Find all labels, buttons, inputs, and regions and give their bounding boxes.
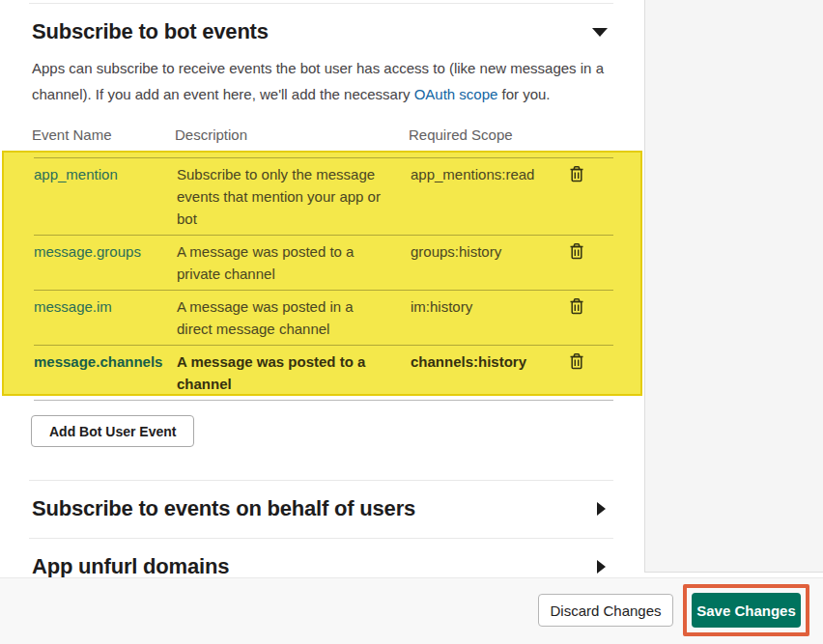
event-name-link[interactable]: message.groups [34,243,141,260]
event-scope: im:history [411,295,569,340]
table-row: message.groups A message was posted to a… [34,235,613,290]
trash-icon[interactable] [569,163,584,182]
event-name-link[interactable]: app_mention [34,166,118,182]
table-row: message.im A message was posted in a dir… [34,290,613,345]
section-header-app-unfurl-domains[interactable]: App unfurl domains [32,554,613,579]
events-table-body: app_mention Subscribe to only the messag… [34,157,613,401]
table-row: app_mention Subscribe to only the messag… [34,157,613,235]
trash-icon[interactable] [569,295,584,315]
event-description: A message was posted to a channel [177,350,411,395]
divider [29,538,613,539]
events-table-header: Event Name Description Required Scope [32,126,613,143]
bot-events-description: Apps can subscribe to receive events the… [32,55,615,107]
add-bot-user-event-button[interactable]: Add Bot User Event [31,415,194,447]
event-name-link[interactable]: message.channels [34,353,162,370]
section-title-user-events: Subscribe to events on behalf of users [32,496,415,521]
action-bar: Discard Changes Save Changes [0,577,823,644]
yellow-highlight-annotation: app_mention Subscribe to only the messag… [2,151,642,396]
events-settings-page: Subscribe to bot events Apps can subscri… [0,0,823,644]
trash-icon[interactable] [569,350,584,370]
event-description: A message was posted to a private channe… [177,240,411,285]
section-header-bot-events[interactable]: Subscribe to bot events [32,19,613,44]
oauth-scope-link[interactable]: OAuth scope [414,86,498,102]
section-title-app-unfurl-domains: App unfurl domains [32,554,229,579]
divider [29,480,613,481]
chevron-right-icon[interactable] [597,502,606,516]
divider [29,3,613,4]
section-header-user-events[interactable]: Subscribe to events on behalf of users [32,496,613,521]
chevron-right-icon[interactable] [597,560,606,574]
discard-changes-button[interactable]: Discard Changes [538,594,673,627]
event-description: Subscribe to only the message events tha… [177,163,411,230]
header-description: Description [175,126,409,143]
chevron-down-icon[interactable] [592,28,608,37]
section-title-bot-events: Subscribe to bot events [32,19,269,44]
event-scope: app_mentions:read [411,163,569,230]
event-description: A message was posted in a direct message… [177,295,411,340]
event-name-link[interactable]: message.im [34,298,112,315]
header-event-name: Event Name [32,126,175,143]
save-changes-button[interactable]: Save Changes [692,593,801,628]
event-scope: channels:history [411,350,569,395]
table-row: message.channels A message was posted to… [34,345,613,400]
trash-icon[interactable] [569,240,584,260]
description-text: for you. [497,86,550,102]
event-scope: groups:history [411,240,569,285]
main-content: Subscribe to bot events Apps can subscri… [0,0,644,644]
right-empty-panel [644,0,823,573]
header-required-scope: Required Scope [409,126,567,143]
save-button-callout-annotation: Save Changes [683,584,809,636]
